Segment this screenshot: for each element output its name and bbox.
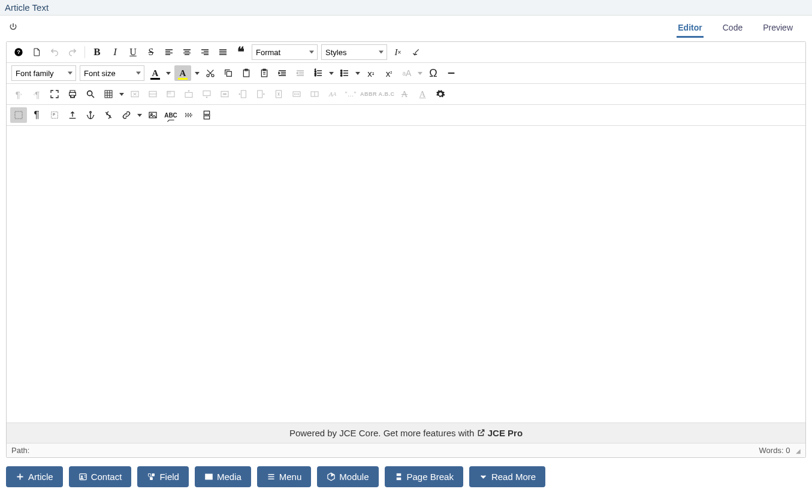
link-button[interactable] bbox=[118, 107, 135, 123]
paste-button[interactable] bbox=[238, 65, 255, 81]
clear-formatting-button[interactable]: I× bbox=[390, 44, 406, 60]
insert-row-after-button[interactable] bbox=[198, 86, 215, 102]
upload-button[interactable] bbox=[64, 107, 81, 123]
quote-button[interactable]: "…" bbox=[342, 86, 359, 102]
word-count: Words: 0 ◢ bbox=[759, 446, 801, 455]
anchor-button[interactable] bbox=[82, 107, 99, 123]
outdent-button[interactable] bbox=[292, 65, 309, 81]
align-justify-button[interactable] bbox=[215, 44, 231, 60]
unordered-list-dropdown[interactable] bbox=[354, 72, 361, 75]
ltr-button[interactable]: ¶› bbox=[10, 86, 27, 102]
fullscreen-button[interactable] bbox=[46, 86, 63, 102]
blockquote-button[interactable]: ❝ bbox=[233, 44, 249, 60]
abbr-button[interactable]: ABBR bbox=[360, 86, 377, 102]
delete-col-button[interactable] bbox=[270, 86, 287, 102]
strikethrough-button[interactable]: S bbox=[143, 44, 159, 60]
svg-rect-21 bbox=[167, 91, 171, 94]
settings-button[interactable] bbox=[432, 86, 449, 102]
paste-text-button[interactable] bbox=[256, 65, 273, 81]
status-bar: Path: Words: 0 ◢ bbox=[7, 443, 805, 457]
special-char-button[interactable]: Ω bbox=[425, 65, 442, 81]
case-button[interactable]: aA bbox=[399, 65, 415, 81]
separator bbox=[84, 46, 85, 58]
media-button[interactable]: Media bbox=[195, 466, 251, 487]
editor-content-area[interactable] bbox=[7, 126, 805, 422]
brush-cleanup-button[interactable] bbox=[407, 44, 424, 60]
spellcheck-button[interactable]: ABC bbox=[162, 107, 179, 123]
ins-button[interactable]: A bbox=[414, 86, 431, 102]
paragraph-button[interactable]: ¶ bbox=[28, 107, 45, 123]
article-button[interactable]: Article bbox=[6, 466, 63, 487]
help-button[interactable]: ? bbox=[10, 44, 27, 60]
ordered-list-dropdown[interactable] bbox=[328, 72, 335, 75]
show-blocks-button[interactable] bbox=[10, 107, 27, 123]
split-cells-button[interactable] bbox=[306, 86, 323, 102]
horizontal-rule-button[interactable] bbox=[443, 65, 460, 81]
font-family-select[interactable]: Font family bbox=[11, 65, 76, 81]
svg-rect-4 bbox=[227, 71, 231, 76]
background-color-button[interactable]: A bbox=[174, 65, 191, 81]
field-button[interactable]: Field bbox=[137, 466, 189, 487]
merge-cells-button[interactable] bbox=[288, 86, 305, 102]
menu-button[interactable]: Menu bbox=[257, 466, 312, 487]
unordered-list-button[interactable] bbox=[336, 65, 353, 81]
subscript-button[interactable]: x₂ bbox=[363, 65, 379, 81]
delete-row-button[interactable] bbox=[216, 86, 233, 102]
insert-col-after-button[interactable] bbox=[252, 86, 269, 102]
underline-button[interactable]: U bbox=[125, 44, 141, 60]
format-select[interactable]: Format bbox=[252, 44, 318, 60]
delete-table-button[interactable] bbox=[126, 86, 143, 102]
table-row-props-button[interactable] bbox=[144, 86, 161, 102]
unlink-button[interactable] bbox=[100, 107, 117, 123]
redo-button[interactable] bbox=[64, 44, 81, 60]
read-more-button[interactable]: Read More bbox=[469, 466, 545, 487]
italic-button[interactable]: I bbox=[107, 44, 123, 60]
text-color-dropdown[interactable] bbox=[165, 72, 172, 75]
insert-row-before-button[interactable] bbox=[180, 86, 197, 102]
print-button[interactable] bbox=[64, 86, 81, 102]
power-toggle-button[interactable] bbox=[6, 20, 20, 37]
text-color-button[interactable]: A bbox=[147, 65, 164, 81]
svg-rect-30 bbox=[15, 111, 22, 119]
contact-button[interactable]: Contact bbox=[69, 466, 132, 487]
svg-rect-22 bbox=[185, 92, 192, 97]
align-left-button[interactable] bbox=[161, 44, 177, 60]
table-button[interactable] bbox=[100, 86, 117, 102]
ordered-list-button[interactable]: 123 bbox=[310, 65, 327, 81]
font-size-select[interactable]: Font size bbox=[80, 65, 144, 81]
styles-select[interactable]: Styles bbox=[321, 44, 387, 60]
insert-col-before-button[interactable] bbox=[234, 86, 251, 102]
indent-button[interactable] bbox=[274, 65, 291, 81]
pro-label: JCE Pro bbox=[488, 428, 523, 438]
pagebreak-button[interactable] bbox=[198, 107, 215, 123]
search-button[interactable] bbox=[82, 86, 99, 102]
module-button[interactable]: Module bbox=[317, 466, 378, 487]
resize-grip-icon[interactable]: ◢ bbox=[796, 448, 801, 454]
page-break-button[interactable]: Page Break bbox=[385, 466, 463, 487]
toolbar-row-3: ¶› ‹¶ AA "…" ABBR A.B.C A A bbox=[7, 84, 805, 105]
new-document-button[interactable] bbox=[28, 44, 45, 60]
del-button[interactable]: A bbox=[396, 86, 413, 102]
cite-button[interactable]: AA bbox=[324, 86, 341, 102]
bg-color-dropdown[interactable] bbox=[194, 72, 201, 75]
readmore-button[interactable] bbox=[180, 107, 197, 123]
image-button[interactable] bbox=[144, 107, 161, 123]
tab-code[interactable]: Code bbox=[722, 19, 744, 38]
undo-button[interactable] bbox=[46, 44, 63, 60]
acronym-button[interactable]: A.B.C bbox=[378, 86, 395, 102]
tab-preview[interactable]: Preview bbox=[762, 19, 794, 38]
copy-button[interactable] bbox=[220, 65, 237, 81]
case-dropdown[interactable] bbox=[416, 72, 424, 75]
tab-editor[interactable]: Editor bbox=[677, 19, 703, 38]
table-dropdown[interactable] bbox=[118, 93, 125, 96]
table-cell-props-button[interactable] bbox=[162, 86, 179, 102]
rtl-button[interactable]: ‹¶ bbox=[28, 86, 45, 102]
cut-button[interactable] bbox=[202, 65, 219, 81]
visual-blocks-button[interactable]: P bbox=[46, 107, 63, 123]
align-right-button[interactable] bbox=[197, 44, 213, 60]
superscript-button[interactable]: x² bbox=[381, 65, 397, 81]
bold-button[interactable]: B bbox=[89, 44, 105, 60]
align-center-button[interactable] bbox=[179, 44, 195, 60]
jce-pro-link[interactable]: JCE Pro bbox=[477, 428, 523, 438]
link-dropdown[interactable] bbox=[136, 114, 143, 117]
